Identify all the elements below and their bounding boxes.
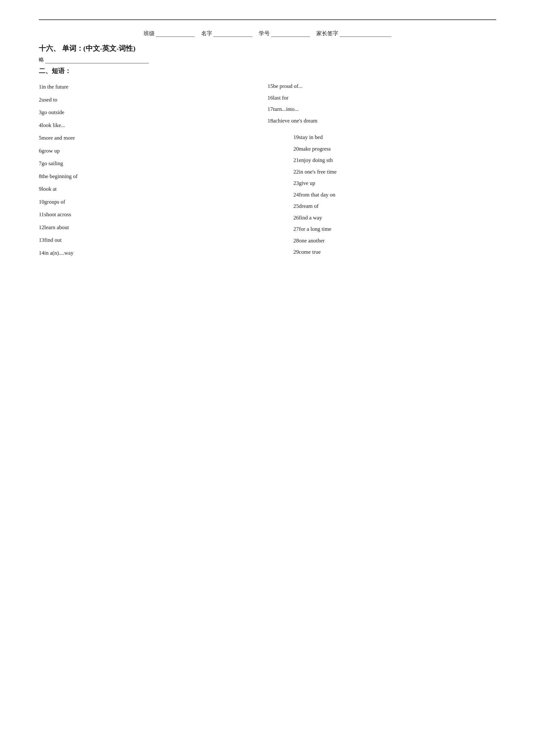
- phrase-10-text: groups of: [44, 199, 65, 205]
- phrase-22-text: in one's free time: [299, 169, 337, 175]
- phrase-3-text: go outside: [42, 109, 64, 115]
- phrase-8-text: the beginning of: [42, 173, 78, 179]
- phrase-22: 22in one's free time: [294, 166, 496, 178]
- header-row: 班级 名字 学号 家长签字: [39, 30, 496, 37]
- phrase-12-num: 12: [39, 224, 44, 230]
- subnote-prefix: 略: [39, 57, 44, 63]
- phrase-15-num: 15: [268, 83, 273, 89]
- phrase-26-num: 26: [294, 215, 299, 221]
- parent-sign-label: 家长签字: [316, 30, 338, 37]
- phrase-17-num: 17: [268, 106, 273, 112]
- phrase-14-text: in a(n)....way: [44, 250, 73, 256]
- phrase-11-num: 11: [39, 211, 44, 218]
- phrase-1-text: in the future: [42, 84, 69, 90]
- phrase-18-num: 18: [268, 118, 273, 124]
- phrase-18: 18achieve one's dream: [268, 115, 496, 127]
- phrase-28: 28one another: [294, 235, 496, 247]
- phrase-27: 27for a long time: [294, 223, 496, 235]
- phrases-container: 1in the future 2used to 3go outside 4loo…: [39, 80, 496, 259]
- phrase-5-text: more and more: [42, 135, 75, 141]
- phrase-10-num: 10: [39, 199, 44, 205]
- phrase-19: 19stay in bed: [294, 132, 496, 143]
- phrase-14: 14in a(n)....way: [39, 247, 268, 259]
- phrase-10: 10groups of: [39, 196, 268, 208]
- phrase-27-num: 27: [294, 226, 299, 232]
- right-phrases-bottom-group: 19stay in bed 20make progress 21enjoy do…: [268, 132, 496, 258]
- name-underline[interactable]: [213, 30, 252, 37]
- phrase-24-text: from that day on: [299, 192, 335, 198]
- phrase-3-num: 3: [39, 109, 42, 115]
- phrase-25: 25dream of: [294, 201, 496, 212]
- phrase-23-text: give up: [299, 180, 315, 186]
- phrase-5-num: 5: [39, 135, 42, 141]
- phrase-9: 9look at: [39, 183, 268, 196]
- phrase-15-text: be proud of...: [273, 83, 302, 89]
- phrase-2: 2used to: [39, 94, 268, 106]
- name-field: 名字: [201, 30, 252, 37]
- phrase-20-num: 20: [294, 146, 299, 152]
- phrase-3: 3go outside: [39, 106, 268, 119]
- phrase-19-num: 19: [294, 134, 299, 140]
- phrase-21-text: enjoy doing sth: [299, 157, 333, 163]
- student-id-field: 学号: [259, 30, 310, 37]
- phrase-7: 7go sailing: [39, 157, 268, 170]
- subnote-line[interactable]: [45, 57, 149, 63]
- class-label: 班级: [144, 30, 155, 37]
- phrase-18-text: achieve one's dream: [273, 118, 317, 124]
- phrase-11-text: shoot across: [44, 211, 71, 218]
- phrase-4: 4look like...: [39, 119, 268, 132]
- phrase-27-text: for a long time: [299, 226, 331, 232]
- phrase-13: 13find out: [39, 234, 268, 247]
- phrase-22-num: 22: [294, 169, 299, 175]
- page: 班级 名字 学号 家长签字 十六、 单词：(中文-英文-词性) 略 二、短语： …: [0, 0, 535, 756]
- phrase-7-text: go sailing: [42, 160, 63, 167]
- phrase-24-num: 24: [294, 192, 299, 198]
- phrase-9-num: 9: [39, 186, 42, 192]
- phrase-2-text: used to: [42, 97, 58, 103]
- phrase-6-text: grow up: [42, 148, 60, 154]
- phrase-4-num: 4: [39, 122, 42, 128]
- parent-sign-underline[interactable]: [340, 30, 391, 37]
- phrase-2-num: 2: [39, 97, 42, 103]
- phrase-17-text: turn...into...: [273, 106, 298, 112]
- right-col-spacer: [268, 126, 496, 132]
- phrase-13-num: 13: [39, 237, 44, 243]
- phrase-21-num: 21: [294, 157, 299, 163]
- phrase-29-text: come true: [299, 249, 321, 255]
- class-field: 班级: [144, 30, 195, 37]
- phrase-7-num: 7: [39, 160, 42, 167]
- phrase-19-text: stay in bed: [299, 134, 323, 140]
- phrase-9-text: look at: [42, 186, 57, 192]
- phrase-1-num: 1: [39, 84, 42, 90]
- phrase-25-num: 25: [294, 203, 299, 209]
- student-id-underline[interactable]: [271, 30, 310, 37]
- phrase-6: 6grow up: [39, 145, 268, 157]
- phrase-28-text: one another: [299, 237, 325, 244]
- section1-title: 十六、 单词：(中文-英文-词性): [39, 44, 496, 53]
- phrase-16-num: 16: [268, 95, 273, 101]
- phrase-1: 1in the future: [39, 80, 268, 94]
- phrase-8: 8the beginning of: [39, 170, 268, 183]
- phrase-8-num: 8: [39, 173, 42, 179]
- phrase-15: 15be proud of...: [268, 80, 496, 92]
- phrase-26: 26find a way: [294, 212, 496, 224]
- section2-title: 二、短语：: [39, 67, 496, 75]
- phrase-4-text: look like...: [42, 122, 65, 128]
- top-divider: [39, 19, 496, 20]
- class-underline[interactable]: [156, 30, 195, 37]
- phrase-20: 20make progress: [294, 143, 496, 155]
- section1-subnote: 略: [39, 57, 496, 63]
- phrase-28-num: 28: [294, 237, 299, 244]
- phrase-16: 16last for: [268, 92, 496, 104]
- phrase-14-num: 14: [39, 250, 44, 256]
- name-label: 名字: [201, 30, 212, 37]
- phrase-24: 24from that day on: [294, 189, 496, 201]
- right-phrases-col: 15be proud of... 16last for 17turn...int…: [268, 80, 496, 259]
- phrase-26-text: find a way: [299, 215, 322, 221]
- phrase-29-num: 29: [294, 249, 299, 255]
- phrase-17: 17turn...into...: [268, 103, 496, 115]
- parent-sign-field: 家长签字: [316, 30, 391, 37]
- phrase-12: 12learn about: [39, 221, 268, 234]
- phrase-6-num: 6: [39, 148, 42, 154]
- left-phrases-col: 1in the future 2used to 3go outside 4loo…: [39, 80, 268, 259]
